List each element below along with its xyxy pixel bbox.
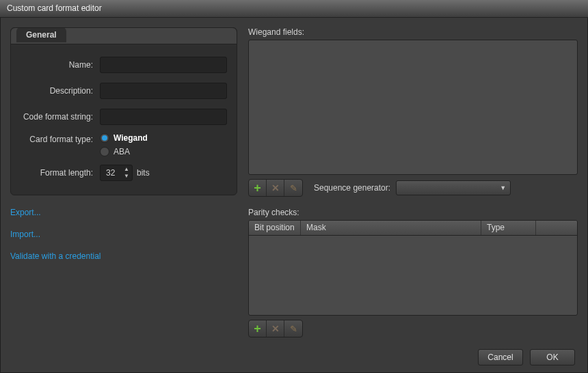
pencil-icon: ✎ [290, 324, 297, 334]
description-input[interactable] [100, 83, 227, 99]
sequence-generator-combo[interactable]: ▼ [396, 180, 511, 195]
x-icon: ✕ [271, 323, 280, 334]
format-length-spinner[interactable]: 32 ▲ ▼ [100, 165, 133, 181]
parity-header: Bit position Mask Type [249, 221, 577, 236]
link-export[interactable]: Export... [10, 208, 237, 217]
dialog-title: Custom card format editor [7, 3, 102, 13]
wiegand-fields-list[interactable] [248, 40, 578, 175]
name-input[interactable] [100, 57, 227, 73]
label-card-format-type: Card format type: [21, 133, 100, 144]
wiegand-fields-label: Wiegand fields: [248, 27, 578, 37]
code-format-input[interactable] [100, 109, 227, 125]
col-spacer [536, 221, 577, 235]
sequence-generator-label: Sequence generator: [314, 183, 390, 193]
parity-edit-button[interactable]: ✎ [284, 320, 302, 337]
cancel-button[interactable]: Cancel [478, 349, 523, 365]
radio-aba[interactable]: ABA [100, 147, 148, 156]
wiegand-edit-button[interactable]: ✎ [284, 180, 302, 196]
parity-delete-button[interactable]: ✕ [267, 320, 284, 337]
format-length-value: 32 [106, 168, 115, 178]
link-validate[interactable]: Validate with a credential [10, 251, 237, 261]
plus-icon: + [254, 182, 261, 194]
label-code-format: Code format string: [21, 112, 100, 122]
spinner-down-icon[interactable]: ▼ [124, 174, 129, 179]
x-icon: ✕ [271, 182, 280, 193]
label-description: Description: [21, 86, 100, 96]
titlebar: Custom card format editor [0, 0, 588, 18]
parity-add-button[interactable]: + [249, 320, 267, 337]
parity-toolbar: + ✕ ✎ [248, 320, 303, 337]
label-name: Name: [21, 60, 100, 70]
ok-button[interactable]: OK [530, 349, 575, 365]
radio-wiegand[interactable]: Wiegand [100, 133, 148, 143]
link-import[interactable]: Import... [10, 230, 237, 239]
wiegand-toolbar: + ✕ ✎ [248, 179, 303, 197]
col-type[interactable]: Type [481, 221, 536, 235]
radio-aba-circle[interactable] [100, 147, 109, 156]
radio-wiegand-label: Wiegand [113, 133, 148, 143]
parity-checks-label: Parity checks: [248, 208, 578, 217]
radio-aba-label: ABA [113, 147, 130, 156]
radio-wiegand-circle[interactable] [100, 133, 109, 143]
spinner-up-icon[interactable]: ▲ [124, 167, 129, 172]
format-length-unit: bits [137, 168, 150, 178]
col-mask[interactable]: Mask [301, 221, 481, 235]
pencil-icon: ✎ [290, 183, 297, 193]
col-bit-position[interactable]: Bit position [249, 221, 301, 235]
plus-icon: + [254, 322, 261, 335]
tab-general[interactable]: General [16, 27, 66, 42]
chevron-down-icon: ▼ [500, 184, 506, 191]
general-panel: General Name: Description: Code format s… [10, 27, 237, 195]
wiegand-delete-button[interactable]: ✕ [267, 180, 284, 196]
wiegand-add-button[interactable]: + [249, 180, 267, 196]
parity-checks-table[interactable]: Bit position Mask Type [248, 220, 578, 316]
label-format-length: Format length: [21, 168, 100, 178]
